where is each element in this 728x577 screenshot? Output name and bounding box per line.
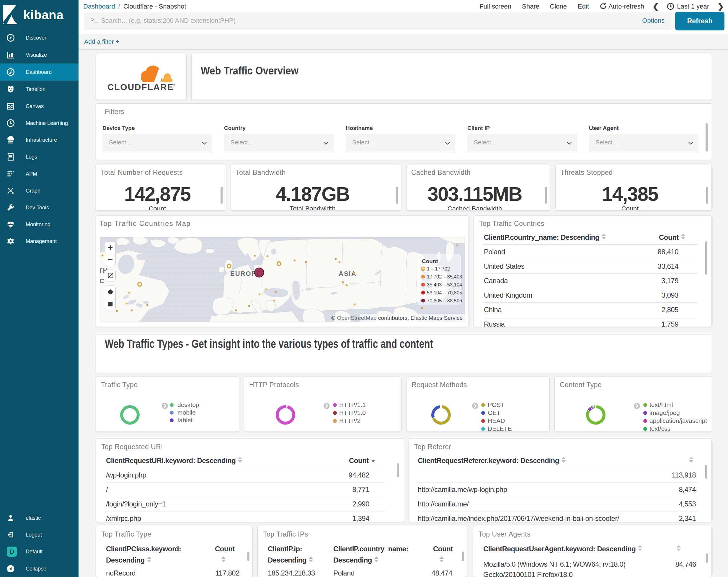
svg-text:35,403 – 53,104: 35,403 – 53,104	[427, 282, 462, 287]
svg-text:D: D	[9, 548, 14, 555]
svg-text:17,702 – 35,403: 17,702 – 35,403	[427, 274, 462, 279]
svg-text:1 – 17,702: 1 – 17,702	[427, 266, 450, 271]
svg-text:53,104 – 70,805: 53,104 – 70,805	[427, 290, 462, 295]
svg-text:Count: Count	[422, 258, 438, 264]
svg-text:®: ®	[173, 83, 175, 86]
svg-text:70,805 – 88,506: 70,805 – 88,506	[427, 298, 462, 303]
svg-text:© OpenStreetMap contributors,: © OpenStreetMap contributors, Elastic Ma…	[331, 315, 463, 321]
svg-text:IC: IC	[100, 277, 105, 285]
svg-text:CLOUDFLARE: CLOUDFLARE	[107, 82, 174, 92]
